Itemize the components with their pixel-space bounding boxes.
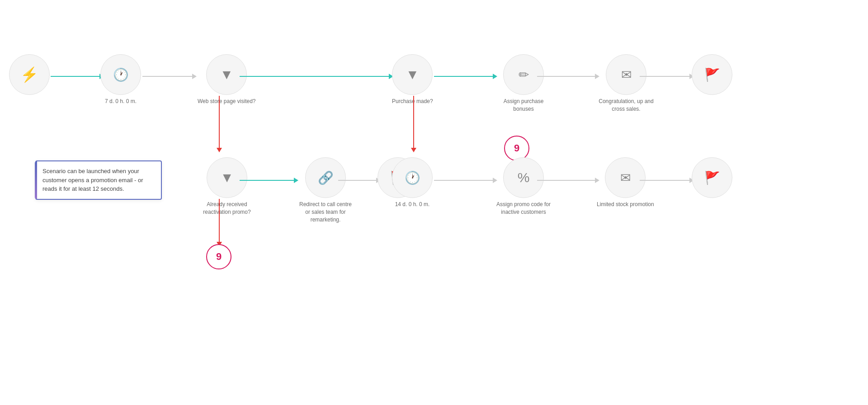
arrow-v-head (217, 148, 222, 152)
filter1-node[interactable]: ▼ Web store page visited? (198, 54, 256, 105)
flag-icon-1: 🚩 (704, 67, 720, 82)
arrow-link1-flag2 (338, 178, 381, 183)
filter3-label: Already received reactivation promo? (198, 201, 256, 216)
edit1-label: Assign purchase bonuses (494, 98, 553, 113)
arrow-line (537, 76, 595, 77)
arrow-v-line (219, 96, 220, 148)
arrow-filter3-down (217, 199, 222, 246)
percent-icon: % (518, 170, 530, 185)
clock-icon-2: 🕐 (405, 170, 420, 185)
arrow-v-head (411, 148, 416, 152)
arrow-line (640, 180, 689, 181)
mail-icon-1: ✉ (621, 67, 632, 82)
percent1-node[interactable]: % Assign promo code for inactive custome… (494, 157, 553, 216)
edit1-node[interactable]: ✏ Assign purchase bonuses (494, 54, 553, 113)
arrow-edit1-mail1 (537, 74, 599, 79)
percent1-label: Assign promo code for inactive customers (494, 201, 553, 216)
arrow-delay2-percent1 (434, 178, 497, 183)
delay2-node[interactable]: 🕐 14 d. 0 h. 0 m. (392, 157, 433, 208)
arrow-line (240, 180, 294, 181)
arrow-filter2-edit1 (434, 74, 497, 79)
filter1-label: Web store page visited? (198, 98, 256, 105)
flag1-node[interactable]: 🚩 (692, 54, 732, 95)
arrow-line (537, 180, 595, 181)
workflow-canvas: Scenario can be launched when your custo… (0, 0, 868, 405)
filter2-circle: ▼ (392, 54, 433, 95)
arrow-delay1-filter1 (142, 74, 197, 79)
arrow-line (434, 180, 493, 181)
delay1-node[interactable]: 🕐 7 d. 0 h. 0 m. (100, 54, 141, 105)
arrow-trigger-delay (51, 74, 104, 79)
arrow-line (640, 76, 689, 77)
delay2-label: 14 d. 0 h. 0 m. (395, 201, 430, 208)
arrow-line (434, 76, 493, 77)
lightning-icon: ⚡ (20, 66, 38, 83)
arrow-filter1-filter2 (240, 74, 393, 79)
clock-icon-1: 🕐 (113, 67, 129, 82)
trigger-node[interactable]: ⚡ (9, 54, 50, 95)
trigger-circle: ⚡ (9, 54, 50, 95)
arrow-line (338, 180, 376, 181)
filter-icon-2: ▼ (406, 67, 420, 82)
tooltip-text: Scenario can be launched when your custo… (42, 168, 143, 192)
link1-label: Redirect to call centre or sales team fo… (296, 201, 355, 223)
mail2-label: Limited stock promotion (597, 201, 654, 208)
flag1-circle: 🚩 (692, 54, 732, 95)
arrow-filter2-down (411, 96, 416, 152)
arrow-line (51, 76, 99, 77)
mail1-label: Congratulation, up and cross sales. (597, 98, 656, 113)
flag3-circle: 🚩 (692, 157, 732, 198)
link-icon: 🔗 (318, 170, 334, 185)
arrow-v-line (219, 199, 220, 242)
delay2-circle: 🕐 (392, 157, 433, 198)
arrow-head (192, 74, 197, 79)
mail-icon-2: ✉ (620, 170, 631, 185)
arrow-mail2-flag3 (640, 178, 694, 183)
arrow-filter1-down (217, 96, 222, 152)
filter-icon-3: ▼ (220, 170, 234, 185)
badge2-container: 9 (206, 244, 231, 269)
arrow-line (240, 76, 389, 77)
arrow-line (142, 76, 192, 77)
arrow-percent1-mail2 (537, 178, 599, 183)
flag3-node[interactable]: 🚩 (692, 157, 732, 198)
badge2: 9 (206, 244, 231, 269)
filter-icon-1: ▼ (220, 67, 233, 82)
scenario-tooltip: Scenario can be launched when your custo… (35, 160, 162, 200)
arrow-v-line (413, 96, 414, 148)
delay1-label: 7 d. 0 h. 0 m. (105, 98, 137, 105)
filter3-node[interactable]: ▼ Already received reactivation promo? (198, 157, 256, 216)
flag-icon-3: 🚩 (704, 170, 720, 185)
arrow-filter3-link1 (240, 178, 298, 183)
mail1-node[interactable]: ✉ Congratulation, up and cross sales. (597, 54, 656, 113)
link1-node[interactable]: 🔗 Redirect to call centre or sales team … (296, 157, 355, 223)
delay1-circle: 🕐 (100, 54, 141, 95)
edit-icon: ✏ (519, 67, 529, 82)
arrow-mail1-flag1 (640, 74, 694, 79)
